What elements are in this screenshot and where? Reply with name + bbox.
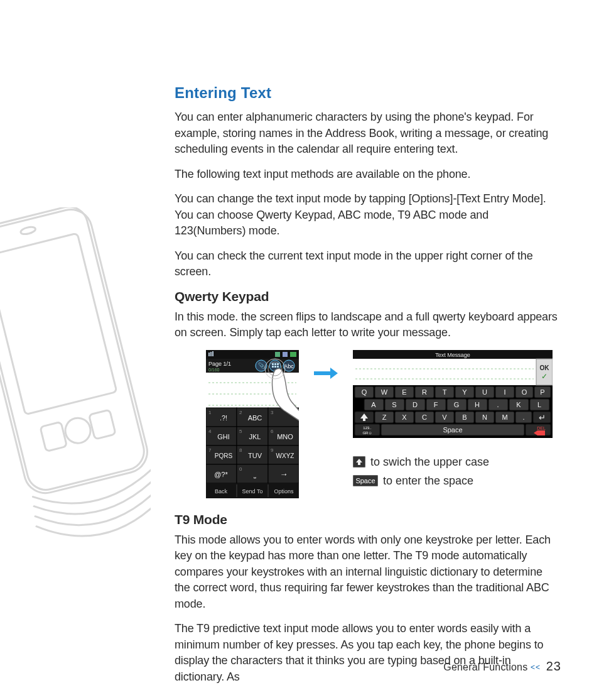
svg-text:↵: ↵ bbox=[539, 413, 546, 422]
svg-text:U: U bbox=[482, 388, 487, 396]
footer-label: General Functions bbox=[443, 662, 527, 672]
svg-text:ABC: ABC bbox=[248, 414, 262, 422]
svg-text:Z: Z bbox=[382, 413, 387, 421]
svg-text:X: X bbox=[402, 413, 407, 421]
svg-text:9: 9 bbox=[271, 447, 274, 453]
svg-rect-24 bbox=[272, 366, 274, 368]
svg-rect-13 bbox=[212, 351, 213, 356]
svg-rect-79 bbox=[353, 359, 536, 385]
svg-rect-25 bbox=[274, 366, 276, 368]
svg-marker-75 bbox=[330, 368, 338, 379]
qwerty-heading: Qwerty Keypad bbox=[175, 289, 560, 304]
svg-rect-22 bbox=[274, 363, 276, 365]
page-label: Page 1/1 bbox=[208, 361, 231, 367]
svg-text:@?*: @?* bbox=[214, 471, 228, 478]
svg-text:T: T bbox=[443, 388, 447, 396]
svg-text:Q: Q bbox=[362, 388, 367, 396]
svg-text:B: B bbox=[462, 413, 467, 421]
svg-text:✓: ✓ bbox=[541, 372, 548, 381]
svg-rect-21 bbox=[272, 363, 274, 365]
svg-rect-15 bbox=[283, 352, 288, 357]
svg-text:123..: 123.. bbox=[363, 426, 372, 430]
svg-text:📎: 📎 bbox=[258, 362, 266, 369]
landscape-qwerty-screenshot: Text Message OK ✓ Q W bbox=[353, 350, 553, 440]
svg-text:0: 0 bbox=[239, 466, 242, 472]
svg-text:WXYZ: WXYZ bbox=[276, 452, 294, 459]
svg-text:S: S bbox=[392, 401, 396, 408]
svg-text:.: . bbox=[522, 413, 524, 421]
content-column: Entering Text You can enter alphanumeric… bbox=[175, 84, 560, 694]
body-text: In this mode. the screen flips to landsc… bbox=[175, 309, 560, 341]
body-text: You can change the text input mode by ta… bbox=[175, 191, 560, 239]
svg-text:I: I bbox=[504, 388, 505, 396]
svg-rect-14 bbox=[275, 352, 280, 357]
svg-rect-26 bbox=[277, 366, 279, 368]
svg-rect-12 bbox=[210, 352, 212, 356]
legend: to swich the upper case Space to enter t… bbox=[353, 453, 553, 489]
svg-rect-23 bbox=[277, 363, 279, 365]
svg-text:V: V bbox=[442, 413, 447, 421]
page-footer: General Functions << 23 bbox=[443, 659, 561, 674]
svg-text:5: 5 bbox=[239, 429, 242, 434]
phone-outline-decoration bbox=[0, 207, 151, 559]
svg-text:K: K bbox=[516, 401, 521, 408]
svg-rect-74 bbox=[314, 371, 330, 375]
svg-rect-5 bbox=[40, 422, 67, 451]
shift-key-icon bbox=[353, 456, 365, 468]
svg-text:E: E bbox=[402, 388, 406, 396]
svg-text:GHI: GHI bbox=[217, 433, 230, 440]
svg-text:F: F bbox=[434, 401, 438, 408]
body-text: This mode allows you to enter words with… bbox=[175, 532, 560, 613]
svg-text:G: G bbox=[454, 401, 460, 408]
section-title: Entering Text bbox=[175, 84, 560, 102]
svg-text:6: 6 bbox=[271, 429, 274, 434]
svg-text:˽: ˽ bbox=[254, 471, 256, 479]
svg-text:2: 2 bbox=[239, 410, 242, 415]
svg-text:A: A bbox=[371, 401, 376, 408]
legend-shift-text: to swich the upper case bbox=[370, 453, 489, 471]
svg-rect-16 bbox=[290, 352, 296, 357]
svg-text:JKL: JKL bbox=[249, 433, 261, 440]
svg-text:PQRS: PQRS bbox=[215, 452, 233, 459]
svg-text:P: P bbox=[540, 388, 544, 396]
svg-text:TUV: TUV bbox=[248, 452, 262, 459]
svg-text:M: M bbox=[502, 413, 507, 421]
svg-point-3 bbox=[20, 226, 36, 236]
svg-text:Send To: Send To bbox=[242, 488, 263, 495]
svg-text:O: O bbox=[522, 388, 527, 396]
svg-text:1: 1 bbox=[208, 410, 212, 415]
legend-space-text: to enter the space bbox=[383, 472, 473, 489]
svg-text:Abc: Abc bbox=[284, 363, 294, 369]
svg-text:→: → bbox=[280, 469, 288, 479]
svg-text:.?!: .?! bbox=[220, 414, 227, 422]
svg-rect-1 bbox=[0, 207, 151, 498]
svg-text:MNO: MNO bbox=[277, 433, 293, 440]
page-number: 23 bbox=[546, 659, 561, 673]
svg-text:N: N bbox=[482, 413, 487, 421]
svg-text:Back: Back bbox=[215, 488, 228, 495]
svg-text:W: W bbox=[381, 388, 388, 396]
svg-text:4: 4 bbox=[208, 429, 212, 434]
space-key-icon: Space bbox=[353, 475, 378, 486]
char-counter: 0/160 bbox=[208, 368, 220, 372]
svg-text:Y: Y bbox=[462, 388, 467, 396]
svg-text:Options: Options bbox=[274, 488, 294, 495]
svg-rect-6 bbox=[89, 410, 116, 439]
svg-text:DEL: DEL bbox=[537, 426, 546, 430]
svg-rect-11 bbox=[208, 353, 210, 356]
body-text: You can enter alphanumeric characters by… bbox=[175, 109, 560, 158]
svg-text:Space: Space bbox=[443, 426, 462, 434]
svg-text:C: C bbox=[422, 413, 427, 421]
svg-text:.: . bbox=[497, 401, 499, 408]
t9-heading: T9 Mode bbox=[175, 512, 560, 527]
portrait-keypad-screenshot: Page 1/1 0/160 📎 Abc 1.?! 2ABC bbox=[206, 350, 299, 501]
figure-row: Page 1/1 0/160 📎 Abc 1.?! 2ABC bbox=[206, 350, 560, 501]
svg-text:Text Message: Text Message bbox=[435, 352, 470, 358]
svg-text:3: 3 bbox=[271, 410, 274, 415]
svg-text:8: 8 bbox=[239, 447, 242, 453]
svg-text:OK: OK bbox=[540, 364, 550, 371]
svg-rect-0 bbox=[0, 207, 148, 494]
body-text: You can check the current text input mod… bbox=[175, 248, 560, 280]
body-text: The following text input methods are ava… bbox=[175, 167, 560, 183]
svg-text:D: D bbox=[413, 401, 418, 408]
